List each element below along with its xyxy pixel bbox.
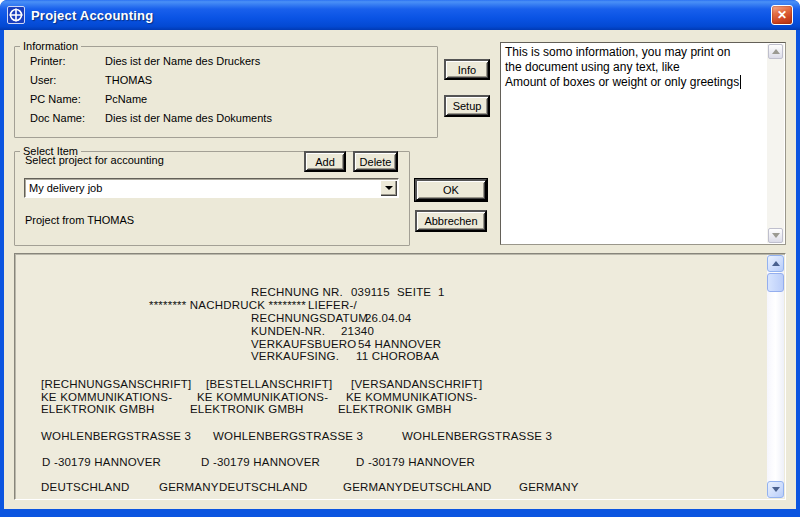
preview-line-segment: 21340	[341, 325, 374, 337]
preview-line-segment: [BESTELLANSCHRIFT]	[206, 378, 332, 390]
notes-scrollbar[interactable]	[767, 44, 784, 243]
preview-line-segment: 039115	[351, 286, 390, 298]
info-button[interactable]: Info	[444, 59, 490, 80]
dialog-body: Information Printer: Dies ist der Name d…	[4, 30, 796, 509]
preview-line-segment: 54 HANNOVER	[358, 338, 441, 350]
doc-name-label: Doc Name:	[30, 112, 85, 124]
ok-button[interactable]: OK	[415, 179, 487, 201]
preview-text-layer: RECHNUNG NR.039115SEITE1******** NACHDRU…	[15, 254, 785, 499]
doc-name-value: Dies ist der Name des Dokuments	[105, 112, 272, 124]
arrow-up-icon	[772, 49, 780, 54]
printer-label: Printer:	[30, 55, 65, 67]
preview-line-segment: D -30179 HANNOVER	[356, 456, 475, 468]
preview-line-segment: DEUTSCHLAND	[219, 481, 307, 493]
title-bar[interactable]: Project Accounting ✕	[0, 0, 800, 30]
select-project-label: Select project for accounting	[25, 154, 164, 166]
notes-scroll-up-button[interactable]	[768, 44, 783, 59]
text-caret	[740, 75, 741, 89]
preview-scroll-up-button[interactable]	[767, 255, 784, 272]
globe-grid-icon	[9, 8, 23, 22]
notes-textarea[interactable]: This is somo information, you may print …	[500, 42, 786, 245]
combobox-dropdown-button[interactable]	[380, 180, 397, 196]
cancel-button[interactable]: Abbrechen	[415, 210, 487, 232]
preview-line-segment: VERKAUFSING.	[251, 350, 339, 362]
notes-line: the document using any text, like	[505, 60, 784, 75]
preview-scrollbar-thumb[interactable]	[767, 273, 784, 292]
preview-line-segment: KUNDEN-NR.	[251, 325, 325, 337]
arrow-down-icon	[772, 233, 780, 238]
document-preview-panel: RECHNUNG NR.039115SEITE1******** NACHDRU…	[14, 253, 786, 500]
preview-line-segment: KE KOMMUNIKATIONS-	[41, 391, 172, 403]
user-label: User:	[30, 74, 56, 86]
pc-name-label: PC Name:	[30, 93, 81, 105]
preview-line-segment: ELEKTRONIK GMBH	[338, 403, 452, 415]
pc-name-value: PcName	[105, 93, 147, 105]
preview-line-segment: 26.04.04	[365, 312, 411, 324]
add-button[interactable]: Add	[304, 151, 346, 172]
preview-line-segment: ******** NACHDRUCK ********	[149, 299, 306, 311]
preview-scroll-down-button[interactable]	[767, 481, 784, 498]
preview-line-segment: LIEFER-/	[308, 299, 357, 311]
project-combobox[interactable]: My delivery job	[24, 178, 399, 198]
information-legend: Information	[20, 40, 81, 52]
preview-line-segment: ELEKTRONIK GMBH	[190, 403, 304, 415]
preview-line-segment: D -30179 HANNOVER	[42, 456, 161, 468]
user-value: THOMAS	[105, 74, 152, 86]
chevron-down-icon	[385, 186, 393, 190]
preview-line-segment: KE KOMMUNIKATIONS-	[346, 391, 477, 403]
setup-button[interactable]: Setup	[444, 95, 490, 117]
preview-line-segment: WOHLENBERGSTRASSE 3	[402, 430, 552, 442]
close-icon: ✕	[777, 8, 787, 22]
app-icon[interactable]	[7, 6, 25, 24]
preview-line-segment: D -30179 HANNOVER	[201, 456, 320, 468]
preview-line-segment: 1	[438, 286, 445, 298]
preview-line-segment: ELEKTRONIK GMBH	[41, 403, 155, 415]
preview-line-segment: KE KOMMUNIKATIONS-	[197, 391, 328, 403]
project-accounting-window: Project Accounting ✕ Information Printer…	[0, 0, 800, 517]
preview-line-segment: DEUTSCHLAND	[403, 481, 491, 493]
preview-line-segment: [RECHNUNGSANSCHRIFT]	[41, 378, 191, 390]
project-combobox-value: My delivery job	[29, 182, 102, 194]
preview-line-segment: DEUTSCHLAND	[41, 481, 129, 493]
project-from-label: Project from THOMAS	[25, 214, 134, 226]
window-title: Project Accounting	[31, 8, 153, 23]
preview-line-segment: 11 CHOROBAA	[356, 350, 439, 362]
preview-line-segment: GERMANY	[343, 481, 403, 493]
preview-line-segment: GERMANY	[519, 481, 579, 493]
preview-line-segment: RECHNUNG NR.	[251, 286, 343, 298]
delete-button[interactable]: Delete	[353, 151, 398, 172]
printer-value: Dies ist der Name des Druckers	[105, 55, 260, 67]
preview-line-segment: [VERSANDANSCHRIFT]	[351, 378, 482, 390]
preview-line-segment: VERKAUFSBUERO	[251, 338, 356, 350]
preview-line-segment: WOHLENBERGSTRASSE 3	[41, 430, 191, 442]
notes-scroll-down-button[interactable]	[768, 228, 783, 243]
close-button[interactable]: ✕	[771, 5, 793, 25]
preview-line-segment: WOHLENBERGSTRASSE 3	[213, 430, 363, 442]
preview-line-segment: GERMANY	[159, 481, 219, 493]
notes-line: This is somo information, you may print …	[505, 45, 784, 60]
preview-scrollbar[interactable]	[767, 255, 784, 498]
arrow-down-icon	[772, 487, 780, 492]
arrow-up-icon	[772, 261, 780, 266]
preview-line-segment: SEITE	[397, 286, 431, 298]
preview-line-segment: RECHNUNGSDATUM	[251, 312, 368, 324]
notes-line: Amount of boxes or weight or only greeti…	[505, 75, 784, 90]
